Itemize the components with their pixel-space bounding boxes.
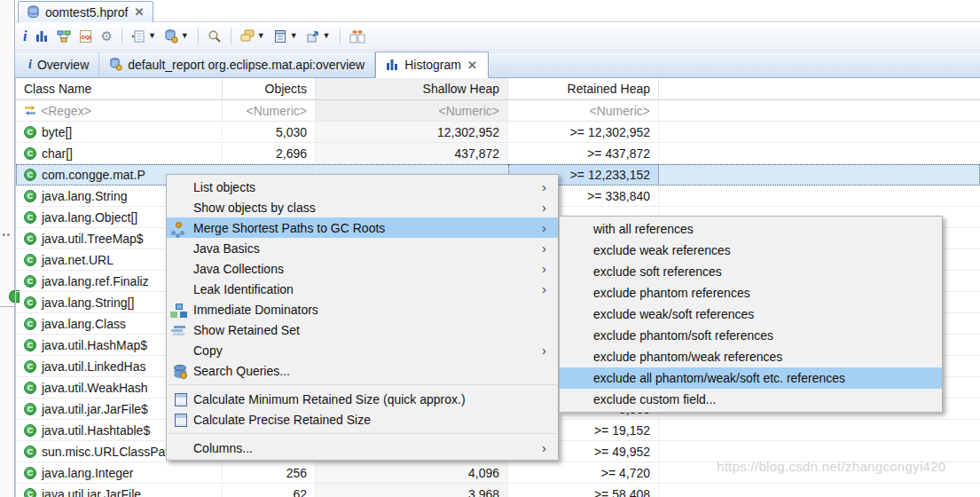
- context-menu-item[interactable]: Java Basics ›: [167, 238, 558, 258]
- toolbar-button-calculator[interactable]: ▼: [272, 26, 299, 47]
- gear-icon: ⚙: [100, 29, 112, 43]
- context-menu-item[interactable]: Leak Identification ›: [167, 279, 558, 299]
- context-menu-item[interactable]: Search Queries... ›: [167, 360, 558, 381]
- class-icon: C: [24, 275, 36, 288]
- shallow-heap-cell: 437,872: [316, 143, 508, 164]
- toolbar-button-oql[interactable]: OQL: [78, 26, 93, 47]
- submenu-item-label: exclude soft references: [593, 264, 722, 279]
- class-name-text: java.util.jar.JarFile: [42, 487, 141, 497]
- submenu-item[interactable]: with all references: [560, 218, 942, 240]
- shallow-filter-input[interactable]: <Numeric>: [316, 100, 508, 122]
- collapsed-left-panel[interactable]: [0, 0, 15, 497]
- context-menu-item[interactable]: Columns... ›: [167, 438, 558, 458]
- objects-filter-input[interactable]: <Numeric>: [223, 100, 316, 122]
- table-header-row: Class Name Objects ˇShallow Heap Retaine…: [16, 78, 980, 100]
- class-name-text: java.util.TreeMap$: [42, 232, 144, 246]
- close-icon[interactable]: ✕: [466, 59, 478, 71]
- class-name-text: char[]: [42, 146, 73, 161]
- tab-default-report-label: default_report org.eclipse.mat.api:overv…: [128, 58, 365, 72]
- close-icon[interactable]: ✕: [133, 6, 145, 18]
- dropdown-arrow-icon: ▼: [257, 32, 265, 40]
- submenu-arrow-icon: ›: [542, 201, 558, 214]
- table-row[interactable]: C java.util.jar.JarFile 62 3,968 >= 58,4…: [16, 484, 980, 497]
- context-menu-item[interactable]: Show objects by class ›: [167, 197, 558, 217]
- menu-item-label: Java Collections: [193, 262, 284, 276]
- objects-cell: 5,030: [223, 122, 316, 143]
- context-menu-item[interactable]: Calculate Minimum Retained Size (quick a…: [167, 389, 558, 409]
- histogram-icon: [35, 29, 49, 43]
- tab-histogram[interactable]: Histogram ✕: [375, 51, 489, 78]
- toolbar-button-customize[interactable]: ⚙: [99, 26, 113, 47]
- objects-cell: 62: [223, 484, 316, 497]
- editor-tab-bar: oomtest5.hprof ✕: [15, 0, 980, 22]
- submenu-item[interactable]: exclude phantom/weak references: [560, 346, 942, 367]
- column-header-shallow-heap[interactable]: ˇShallow Heap: [316, 78, 508, 100]
- context-menu-item[interactable]: Show Retained Set ›: [167, 320, 558, 340]
- context-menu-item[interactable]: Merge Shortest Paths to GC Roots ›: [167, 217, 558, 238]
- submenu-item[interactable]: exclude all phantom/weak/soft etc. refer…: [560, 367, 942, 389]
- toolbar-button-dominator-tree[interactable]: [56, 26, 72, 47]
- context-menu-item[interactable]: List objects ›: [167, 177, 558, 197]
- toolbar-button-histogram[interactable]: [34, 26, 50, 47]
- toolbar-separator: [231, 28, 231, 44]
- column-header-class-name[interactable]: Class Name: [16, 78, 223, 100]
- toolbar-button-queries[interactable]: ▼: [163, 26, 190, 47]
- regex-filter-input[interactable]: <Regex>: [16, 100, 223, 122]
- retained-filter-input[interactable]: <Numeric>: [508, 100, 659, 122]
- class-name-cell: C char[]: [16, 143, 223, 164]
- class-name-text: java.lang.String[]: [42, 296, 134, 310]
- menu-item-icon: [167, 343, 193, 358]
- class-name-cell: C java.util.jar.JarFile: [16, 484, 223, 497]
- tab-overview-label: Overview: [37, 58, 89, 72]
- dropdown-arrow-icon: ▼: [148, 32, 156, 40]
- expand-result-icon: [131, 29, 145, 43]
- class-name-text: java.lang.Integer: [42, 466, 134, 480]
- context-menu-item[interactable]: Copy ›: [167, 340, 558, 360]
- table-row[interactable]: C byte[] 5,030 12,302,952 >= 12,302,952: [16, 122, 980, 143]
- class-icon: C: [24, 296, 36, 309]
- context-menu-item[interactable]: Java Collections ›: [167, 258, 558, 279]
- submenu-item[interactable]: exclude soft references: [560, 261, 942, 282]
- result-tab-bar: i Overview default_report org.eclipse.ma…: [15, 51, 980, 78]
- row-filler: [659, 484, 980, 497]
- mat-application-window: oomtest5.hprof ✕ i OQL ⚙ ▼ ▼: [0, 0, 980, 497]
- submenu-arrow-icon: ›: [542, 180, 558, 193]
- toolbar-button-search[interactable]: [207, 26, 223, 47]
- toolbar-button-compare[interactable]: [349, 26, 366, 47]
- column-header-objects[interactable]: Objects: [223, 78, 316, 100]
- editor-tab-hprof[interactable]: oomtest5.hprof ✕: [18, 1, 153, 22]
- submenu-item[interactable]: exclude phantom references: [560, 282, 942, 304]
- class-name-text: java.util.WeakHash: [42, 381, 148, 395]
- column-header-retained-heap[interactable]: Retained Heap: [508, 78, 659, 100]
- submenu-item[interactable]: exclude phantom/soft references: [560, 325, 942, 346]
- merge-shortest-paths-icon: [167, 221, 193, 235]
- tab-overview[interactable]: i Overview: [19, 51, 99, 77]
- dropdown-arrow-icon: ▼: [181, 32, 189, 40]
- context-menu-item[interactable]: Calculate Precise Retained Size ›: [167, 409, 558, 430]
- menu-item-icon: [167, 241, 193, 256]
- calculator-icon: [273, 29, 287, 43]
- toolbar-button-export[interactable]: ▼: [305, 26, 332, 47]
- class-name-text: java.lang.Class: [42, 317, 126, 331]
- tab-histogram-label: Histogram: [404, 58, 461, 72]
- context-menu-item[interactable]: Immediate Dominators ›: [167, 299, 558, 320]
- objects-cell: 256: [223, 462, 316, 484]
- menu-item-label: Immediate Dominators: [193, 303, 318, 317]
- toolbar-button-group-by[interactable]: ▼: [239, 26, 266, 47]
- submenu-item[interactable]: exclude custom field...: [560, 389, 942, 410]
- menu-item-label: Leak Identification: [193, 282, 294, 296]
- toolbar-button-info[interactable]: i: [22, 26, 27, 47]
- header-filler: [659, 78, 980, 100]
- submenu-item[interactable]: exclude weak references: [560, 240, 942, 261]
- submenu-item[interactable]: exclude weak/soft references: [560, 304, 942, 325]
- table-row[interactable]: C char[] 2,696 437,872 >= 437,872: [16, 143, 980, 164]
- class-icon: C: [24, 424, 36, 437]
- svg-text:OQL: OQL: [82, 33, 93, 39]
- search-icon: [208, 29, 222, 43]
- menu-item-label: Show objects by class: [193, 201, 316, 215]
- info-icon: i: [23, 29, 27, 43]
- report-db-gear-icon: [109, 58, 122, 71]
- toolbar-button-expand-result[interactable]: ▼: [130, 26, 157, 47]
- tab-default-report[interactable]: default_report org.eclipse.mat.api:overv…: [99, 51, 375, 77]
- heap-dump-icon: [27, 5, 40, 19]
